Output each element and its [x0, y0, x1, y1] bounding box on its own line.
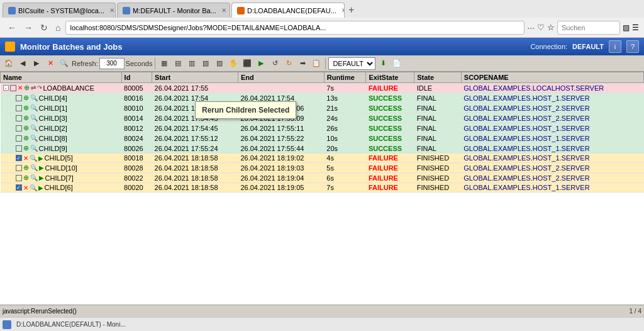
- magnify-icon[interactable]: 🔍: [30, 115, 38, 121]
- cell-id: 80020: [121, 183, 152, 193]
- cell-name: ⊕🔍CHILD[4]: [1, 93, 122, 103]
- toolbar-hand-btn[interactable]: ✋: [227, 57, 240, 70]
- cell-start: 26.04.2021 18:18:58: [152, 163, 238, 173]
- run-icon[interactable]: ▶: [39, 174, 44, 181]
- row-checkbox[interactable]: [16, 125, 22, 132]
- toolbar-btn-1[interactable]: 🏠: [3, 57, 15, 70]
- tab-bicsuite[interactable]: BICsuite - SYSTEM@loca... ✕: [3, 3, 116, 18]
- toolbar-btn-2[interactable]: ◀: [16, 57, 29, 70]
- toolbar-grid-btn1[interactable]: ▦: [158, 57, 170, 70]
- cell-runtime: 21s: [324, 103, 366, 113]
- cell-runtime: 24s: [324, 113, 366, 123]
- toolbar-grid-btn3[interactable]: ▥: [186, 57, 198, 70]
- run-icon[interactable]: ▶: [39, 164, 44, 171]
- tab-monitor[interactable]: M:DEFAULT - Monitor Ba... ✕: [117, 3, 230, 18]
- row-checkbox[interactable]: ✓: [16, 155, 22, 161]
- cell-end: 26.04.2021 18:19:05: [238, 183, 324, 193]
- magnify-icon[interactable]: 🔍: [30, 155, 37, 162]
- toolbar-btn-4[interactable]: ✕: [44, 57, 57, 70]
- cell-id: 80026: [121, 143, 152, 154]
- tab-label: D:LOADBALANCE(DEFAU...: [247, 7, 336, 14]
- cell-exitstate: SUCCESS: [366, 113, 414, 123]
- search-input[interactable]: [557, 21, 620, 35]
- toolbar-grid-btn2[interactable]: ▤: [172, 57, 184, 70]
- toolbar-arrow-btn[interactable]: ➡: [296, 57, 309, 70]
- forward-button[interactable]: →: [21, 21, 35, 34]
- new-tab-button[interactable]: +: [346, 4, 357, 16]
- row-checkbox[interactable]: [10, 85, 16, 91]
- cell-runtime: 26s: [324, 123, 366, 133]
- table-row[interactable]: ⊕🔍▶CHILD[10]8002826.04.2021 18:18:5826.0…: [1, 163, 644, 173]
- col-scopename: SCOPENAME: [461, 72, 643, 83]
- job-name: CHILD[4]: [39, 94, 67, 102]
- table-row[interactable]: ⊕🔍CHILD[2]8001226.04.2021 17:54:4526.04.…: [1, 123, 644, 133]
- row-checkbox[interactable]: [16, 145, 22, 152]
- cell-name: ⊕🔍CHILD[8]: [1, 133, 122, 143]
- table-row[interactable]: ⊕🔍▶CHILD[7]8002226.04.2021 18:18:5826.04…: [1, 173, 644, 183]
- magnify-icon[interactable]: 🔍: [30, 145, 38, 152]
- table-row[interactable]: ⊕🔍CHILD[1]8001026.04.2021 17:54:4526.04.…: [1, 103, 644, 113]
- row-checkbox[interactable]: [16, 175, 22, 181]
- table-row[interactable]: ✓✕🔍▶CHILD[6]8002026.04.2021 18:18:5826.0…: [1, 183, 644, 193]
- magnify-icon[interactable]: 🔍: [30, 94, 38, 101]
- toolbar-stop-btn[interactable]: ⬛: [241, 57, 253, 70]
- row-checkbox[interactable]: [16, 115, 22, 121]
- cell-id: 80018: [121, 154, 152, 163]
- toolbar-dl-btn[interactable]: ⬇: [377, 57, 389, 70]
- table-row[interactable]: ⊕🔍CHILD[8]8002426.04.2021 17:55:1226.04.…: [1, 133, 644, 143]
- run-icon[interactable]: ▶: [38, 184, 43, 191]
- toolbar-grid-btn4[interactable]: ▧: [199, 57, 212, 70]
- help-button[interactable]: ?: [626, 40, 639, 53]
- env-select[interactable]: DEFAULT: [328, 57, 375, 70]
- table-container[interactable]: Name Id Start End Runtime ExitState Stat…: [0, 72, 644, 305]
- toolbar-btn-3[interactable]: ▶: [30, 57, 43, 70]
- row-checkbox[interactable]: [16, 165, 22, 171]
- success-icon: ⊕: [23, 124, 29, 132]
- row-checkbox[interactable]: ✓: [16, 184, 22, 191]
- toolbar-separator-2: [325, 58, 326, 69]
- row-checkbox[interactable]: [16, 105, 22, 111]
- toolbar-btn-magnify[interactable]: 🔍: [58, 57, 70, 70]
- toolbar-grid-btn5[interactable]: ▨: [213, 57, 226, 70]
- table-row[interactable]: ⊕🔍CHILD[4]8001626.04.2021 17:5426.04.202…: [1, 93, 644, 103]
- row-checkbox[interactable]: [16, 95, 22, 101]
- tab-loadbalance[interactable]: D:LOADBALANCE(DEFAU... ✕: [231, 3, 345, 18]
- extensions-icon[interactable]: ▨: [623, 23, 630, 32]
- row-checkbox[interactable]: [16, 135, 22, 142]
- run-icon[interactable]: ▶: [38, 155, 43, 162]
- toolbar-rerun-btn[interactable]: ↺: [269, 57, 281, 70]
- col-start: Start: [152, 72, 238, 83]
- table-row[interactable]: -✕⊕⇄↷LOADBALANCE8000526.04.2021 17:557sF…: [1, 83, 644, 93]
- refresh-input[interactable]: [99, 58, 125, 69]
- info-button[interactable]: i: [609, 40, 621, 53]
- cell-state: FINAL: [414, 143, 462, 154]
- address-bar[interactable]: [65, 21, 525, 35]
- tab-label: BICsuite - SYSTEM@loca...: [18, 7, 104, 14]
- magnify-icon[interactable]: 🔍: [30, 164, 38, 171]
- magnify-icon[interactable]: 🔍: [30, 135, 38, 142]
- expand-icon[interactable]: -: [3, 85, 9, 91]
- bookmark-icon[interactable]: ♡: [537, 23, 545, 32]
- home-button[interactable]: ⌂: [53, 21, 63, 34]
- cell-end: 26.04.2021 17:55:44: [238, 143, 324, 154]
- tab-close-btn[interactable]: ✕: [221, 7, 226, 14]
- magnify-icon[interactable]: 🔍: [30, 174, 38, 181]
- star-icon[interactable]: ☆: [547, 23, 555, 32]
- magnify-icon[interactable]: 🔍: [30, 125, 38, 132]
- toolbar-rerun-children-btn[interactable]: ↻: [282, 57, 295, 70]
- table-row[interactable]: ⊕🔍CHILD[9]8002626.04.2021 17:55:2426.04.…: [1, 143, 644, 154]
- cell-start: 26.04.2021 17:54:45: [152, 123, 238, 133]
- menu-icon[interactable]: ☰: [632, 23, 639, 32]
- toolbar-run-btn[interactable]: ▶: [255, 57, 267, 70]
- magnify-icon[interactable]: 🔍: [30, 184, 37, 191]
- back-button[interactable]: ←: [5, 21, 19, 34]
- nav-dots[interactable]: ···: [527, 23, 535, 33]
- table-row[interactable]: ⊕🔍CHILD[3]8001426.04.2021 17:54:4526.04.…: [1, 113, 644, 123]
- magnify-icon[interactable]: 🔍: [30, 104, 38, 111]
- toolbar-export-btn[interactable]: 📋: [310, 57, 323, 70]
- refresh-button[interactable]: ↻: [38, 21, 50, 34]
- table-row[interactable]: ✓✕🔍▶CHILD[5]8001826.04.2021 18:18:5826.0…: [1, 154, 644, 163]
- tab-close-btn[interactable]: ✕: [109, 7, 114, 14]
- toolbar-copy-btn[interactable]: 📄: [391, 57, 403, 70]
- tab-close-btn[interactable]: ✕: [341, 7, 345, 14]
